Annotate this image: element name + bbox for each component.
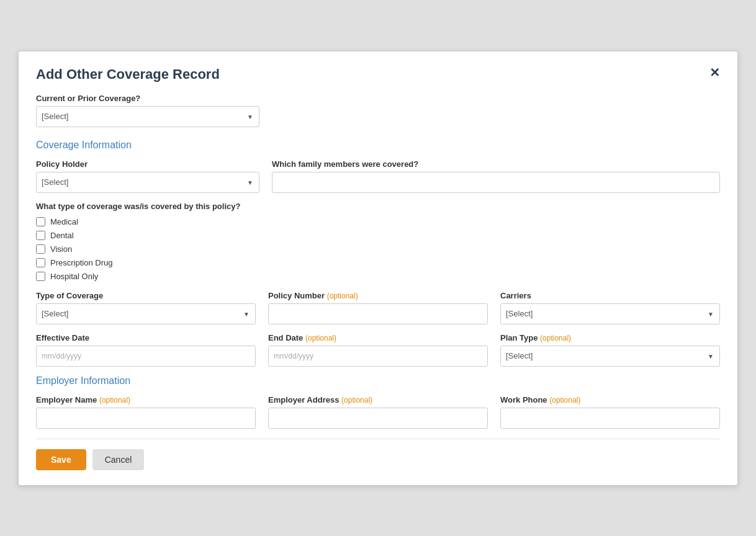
current-prior-section: Current or Prior Coverage? [Select] bbox=[36, 94, 720, 127]
end-date-col: End Date (optional) bbox=[268, 333, 488, 367]
effective-date-label: Effective Date bbox=[36, 333, 256, 342]
policy-number-input[interactable] bbox=[268, 303, 488, 324]
checkbox-prescription[interactable] bbox=[36, 258, 45, 267]
checkbox-item-dental: Dental bbox=[36, 231, 720, 240]
type-coverage-select-wrapper: [Select] bbox=[36, 303, 256, 324]
employer-info-title: Employer Information bbox=[36, 375, 720, 386]
type-coverage-label: Type of Coverage bbox=[36, 291, 256, 300]
employer-name-input[interactable] bbox=[36, 408, 256, 429]
checkbox-item-medical: Medical bbox=[36, 217, 720, 226]
work-phone-label: Work Phone (optional) bbox=[500, 395, 720, 404]
save-button[interactable]: Save bbox=[36, 449, 86, 470]
family-members-input[interactable] bbox=[272, 172, 720, 193]
employer-name-col: Employer Name (optional) bbox=[36, 395, 256, 429]
plan-type-label: Plan Type (optional) bbox=[500, 333, 720, 342]
type-coverage-select[interactable]: [Select] bbox=[36, 303, 256, 324]
effective-date-col: Effective Date bbox=[36, 333, 256, 367]
coverage-type-question: What type of coverage was/is covered by … bbox=[36, 202, 720, 211]
checkbox-prescription-label: Prescription Drug bbox=[50, 258, 112, 267]
cancel-button[interactable]: Cancel bbox=[92, 449, 145, 470]
type-coverage-col: Type of Coverage [Select] bbox=[36, 291, 256, 324]
checkbox-item-hospital: Hospital Only bbox=[36, 272, 720, 281]
employer-address-input[interactable] bbox=[268, 408, 488, 429]
carriers-select[interactable]: [Select] bbox=[500, 303, 720, 324]
checkbox-dental[interactable] bbox=[36, 231, 45, 240]
policy-holder-select[interactable]: [Select] bbox=[36, 172, 259, 193]
modal-container: Add Other Coverage Record ✕ Current or P… bbox=[18, 51, 738, 486]
policy-holder-col: Policy Holder [Select] bbox=[36, 159, 259, 193]
action-row: Save Cancel bbox=[36, 449, 720, 470]
work-phone-col: Work Phone (optional) bbox=[500, 395, 720, 429]
checkbox-hospital[interactable] bbox=[36, 272, 45, 281]
plan-type-select-wrapper: [Select] bbox=[500, 346, 720, 367]
policy-number-label: Policy Number (optional) bbox=[268, 291, 488, 300]
family-members-col: Which family members were covered? bbox=[272, 159, 720, 193]
end-date-input[interactable] bbox=[268, 346, 488, 367]
close-button[interactable]: ✕ bbox=[709, 66, 720, 79]
employer-fields-row: Employer Name (optional) Employer Addres… bbox=[36, 395, 720, 429]
plan-type-col: Plan Type (optional) [Select] bbox=[500, 333, 720, 367]
coverage-info-title: Coverage Information bbox=[36, 140, 720, 151]
carriers-select-wrapper: [Select] bbox=[500, 303, 720, 324]
checkbox-hospital-label: Hospital Only bbox=[50, 272, 98, 281]
carriers-label: Carriers bbox=[500, 291, 720, 300]
plan-type-select[interactable]: [Select] bbox=[500, 346, 720, 367]
coverage-fields-row2: Effective Date End Date (optional) Plan … bbox=[36, 333, 720, 367]
policy-number-col: Policy Number (optional) bbox=[268, 291, 488, 324]
coverage-type-section: What type of coverage was/is covered by … bbox=[36, 202, 720, 281]
modal-header: Add Other Coverage Record ✕ bbox=[36, 66, 720, 83]
checkbox-medical-label: Medical bbox=[50, 217, 78, 226]
coverage-fields-row1: Type of Coverage [Select] Policy Number … bbox=[36, 291, 720, 324]
coverage-checkboxes: Medical Dental Vision Prescription Drug … bbox=[36, 217, 720, 281]
checkbox-dental-label: Dental bbox=[50, 231, 74, 240]
employer-address-col: Employer Address (optional) bbox=[268, 395, 488, 429]
current-prior-select[interactable]: [Select] bbox=[36, 106, 259, 127]
family-members-label: Which family members were covered? bbox=[272, 159, 720, 169]
employer-name-label: Employer Name (optional) bbox=[36, 395, 256, 404]
policy-holder-select-wrapper: [Select] bbox=[36, 172, 259, 193]
divider bbox=[36, 439, 720, 439]
checkbox-medical[interactable] bbox=[36, 217, 45, 226]
end-date-label: End Date (optional) bbox=[268, 333, 488, 342]
current-prior-label: Current or Prior Coverage? bbox=[36, 94, 720, 103]
current-prior-select-wrapper: [Select] bbox=[36, 106, 259, 127]
policy-holder-label: Policy Holder bbox=[36, 159, 259, 169]
checkbox-vision-label: Vision bbox=[50, 244, 72, 254]
policy-holder-row: Policy Holder [Select] Which family memb… bbox=[36, 159, 720, 193]
checkbox-item-prescription: Prescription Drug bbox=[36, 258, 720, 267]
employer-address-label: Employer Address (optional) bbox=[268, 395, 488, 404]
checkbox-item-vision: Vision bbox=[36, 244, 720, 254]
effective-date-input[interactable] bbox=[36, 346, 256, 367]
modal-title: Add Other Coverage Record bbox=[36, 66, 220, 83]
checkbox-vision[interactable] bbox=[36, 244, 45, 254]
carriers-col: Carriers [Select] bbox=[500, 291, 720, 324]
work-phone-input[interactable] bbox=[500, 408, 720, 429]
